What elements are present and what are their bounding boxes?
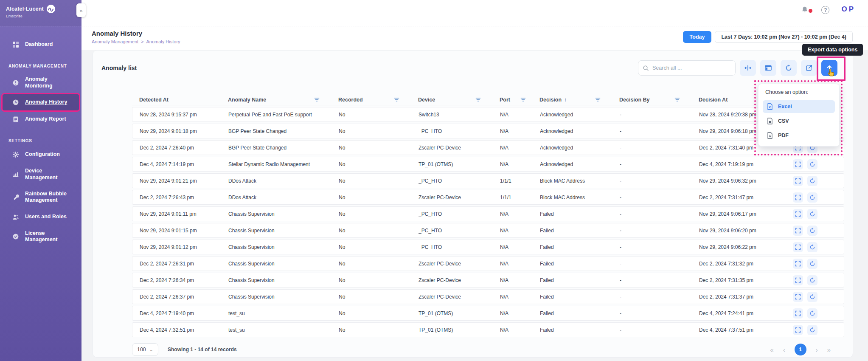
sidebar-section-anomaly-management: ANOMALY MANAGEMENT <box>8 64 81 68</box>
refresh-button[interactable] <box>781 60 797 76</box>
sidebar-item-anomaly-report[interactable]: Anomaly Report <box>3 111 79 127</box>
table-row[interactable]: Nov 29, 2024 9:01:12 pm Chassis Supervis… <box>132 240 844 254</box>
sidebar-item-anomaly-monitoring[interactable]: Anomaly Monitoring <box>3 72 79 93</box>
table-row[interactable]: Dec 2, 2024 7:26:40 pm BGP Peer State Ch… <box>132 140 844 155</box>
user-avatar[interactable]: OP <box>841 5 855 14</box>
table-row[interactable]: Dec 2, 2024 7:26:31 pm Chassis Supervisi… <box>132 256 844 271</box>
reprocess-row-button[interactable] <box>807 275 817 285</box>
expand-row-button[interactable] <box>793 308 803 319</box>
export-option-label: PDF <box>778 133 789 138</box>
table-row[interactable]: Nov 29, 2024 9:01:18 pm BGP Peer State C… <box>132 124 844 138</box>
expand-row-button[interactable] <box>793 292 803 302</box>
table-row[interactable]: Nov 29, 2024 9:01:11 pm Chassis Supervis… <box>132 206 844 221</box>
sidebar-item-configuration[interactable]: Configuration <box>3 147 79 163</box>
breadcrumb: Anomaly Management > Anomaly History <box>92 39 180 44</box>
table-row[interactable]: Dec 2, 2024 7:26:34 pm Chassis Supervisi… <box>132 273 844 288</box>
column-header-device[interactable]: Device <box>418 97 500 103</box>
notifications-button[interactable] <box>801 6 809 14</box>
export-option-excel[interactable]: Excel <box>763 100 835 113</box>
help-button[interactable]: ? <box>821 6 829 14</box>
reprocess-row-button[interactable] <box>807 325 817 335</box>
sidebar-item-license-management[interactable]: License Management <box>3 226 79 248</box>
reprocess-row-button[interactable] <box>807 192 817 203</box>
cell-decision: Acknowledged <box>540 145 620 151</box>
column-header-decision-by[interactable]: Decision By <box>619 97 699 103</box>
filter-icon[interactable] <box>475 97 481 102</box>
sidebar-item-users-and-roles[interactable]: Users and Roles <box>3 209 79 225</box>
filter-icon[interactable] <box>520 97 526 102</box>
cell-actions <box>793 325 844 335</box>
export-option-csv[interactable]: CSV <box>763 115 835 127</box>
expand-row-button[interactable] <box>793 159 803 169</box>
column-header-anomaly-name[interactable]: Anomaly Name <box>228 97 338 103</box>
fit-columns-button[interactable] <box>740 60 756 76</box>
anomaly-monitoring-icon <box>12 79 20 87</box>
table-row[interactable]: Dec 4, 2024 7:32:51 pm test_su No TP_01 … <box>132 322 844 337</box>
cell-recorded: No <box>339 178 419 184</box>
page-size-select[interactable]: 100 ⌄ <box>132 343 158 356</box>
table-row[interactable]: Nov 29, 2024 9:01:21 pm DDos Attack No _… <box>132 173 844 188</box>
search-input[interactable] <box>652 65 731 71</box>
reprocess-row-button[interactable] <box>807 292 817 302</box>
date-range-selector[interactable]: Last 7 Days: 10:02 pm (Nov 27) - 10:02 p… <box>715 31 853 43</box>
table-row[interactable]: Dec 2, 2024 7:26:43 pm DDos Attack No Zs… <box>132 190 844 205</box>
table-row[interactable]: Dec 4, 2024 7:19:40 pm test_su No TP_01 … <box>132 306 844 321</box>
previous-page-button[interactable]: ‹ <box>783 346 785 353</box>
cell-detected-at: Dec 4, 2024 7:14:19 pm <box>132 161 228 167</box>
cell-decision-by: - <box>620 277 699 283</box>
cell-recorded: No <box>339 244 419 250</box>
current-page-button[interactable]: 1 <box>795 344 806 355</box>
filter-icon[interactable] <box>674 97 680 102</box>
main-area: ? OP Anomaly History Anomaly Management … <box>81 0 868 361</box>
next-page-button[interactable]: › <box>816 346 818 353</box>
table-row[interactable]: Dec 4, 2024 7:14:19 pm Stellar Dynamic R… <box>132 157 844 172</box>
export-up-arrow-icon <box>826 64 833 72</box>
cell-decision: Failed <box>540 261 620 267</box>
today-button[interactable]: Today <box>683 31 712 43</box>
reprocess-row-button[interactable] <box>807 159 817 169</box>
expand-row-button[interactable] <box>793 259 803 269</box>
export-button[interactable] <box>821 60 837 76</box>
expand-row-button[interactable] <box>793 192 803 203</box>
sidebar-item-anomaly-history[interactable]: Anomaly History <box>3 94 79 110</box>
cell-port: N/A <box>500 244 540 250</box>
cell-anomaly-name: DDos Attack <box>228 195 339 200</box>
table-row[interactable]: Nov 28, 2024 9:15:37 pm Perpetual PoE an… <box>132 107 844 122</box>
filter-icon[interactable] <box>394 97 399 102</box>
export-option-pdf[interactable]: PDF <box>763 129 835 142</box>
column-header-detected-at[interactable]: Detected At <box>132 97 228 103</box>
expand-row-button[interactable] <box>793 242 803 252</box>
reprocess-row-button[interactable] <box>807 209 817 219</box>
sidebar-item-device-management[interactable]: Device Management <box>3 164 79 185</box>
expand-row-button[interactable] <box>793 275 803 285</box>
sidebar-collapse-button[interactable]: « <box>76 3 86 17</box>
cell-actions <box>793 226 844 236</box>
excel-file-icon <box>767 103 773 110</box>
sidebar-item-rainbow-bubble-management[interactable]: Rainbow Bubble Management <box>3 186 75 208</box>
cell-actions <box>793 275 844 285</box>
column-header-decision[interactable]: Decision ↑ <box>539 97 619 103</box>
manage-columns-button[interactable] <box>760 60 776 76</box>
table-row[interactable]: Nov 29, 2024 9:01:15 pm Chassis Supervis… <box>132 223 844 238</box>
breadcrumb-parent[interactable]: Anomaly Management <box>92 39 138 44</box>
column-header-recorded[interactable]: Recorded <box>338 97 418 103</box>
sidebar-item-label: Users and Roles <box>25 214 67 220</box>
expand-row-button[interactable] <box>793 209 803 219</box>
filter-icon[interactable] <box>314 97 320 102</box>
expand-row-button[interactable] <box>793 325 803 335</box>
reprocess-row-button[interactable] <box>807 259 817 269</box>
table-row[interactable]: Dec 2, 2024 7:26:37 pm Chassis Supervisi… <box>132 289 844 304</box>
reprocess-row-button[interactable] <box>807 226 817 236</box>
expand-row-button[interactable] <box>793 226 803 236</box>
sidebar-item-dashboard[interactable]: Dashboard <box>3 37 79 53</box>
reprocess-row-button[interactable] <box>807 242 817 252</box>
filter-icon[interactable] <box>595 97 601 102</box>
last-page-button[interactable]: » <box>827 346 831 353</box>
first-page-button[interactable]: « <box>770 346 773 353</box>
expand-row-button[interactable] <box>793 176 803 186</box>
cell-port: N/A <box>500 128 540 134</box>
open-external-button[interactable] <box>801 60 817 76</box>
column-header-port[interactable]: Port <box>500 97 539 103</box>
reprocess-row-button[interactable] <box>807 176 817 186</box>
reprocess-row-button[interactable] <box>807 308 817 319</box>
